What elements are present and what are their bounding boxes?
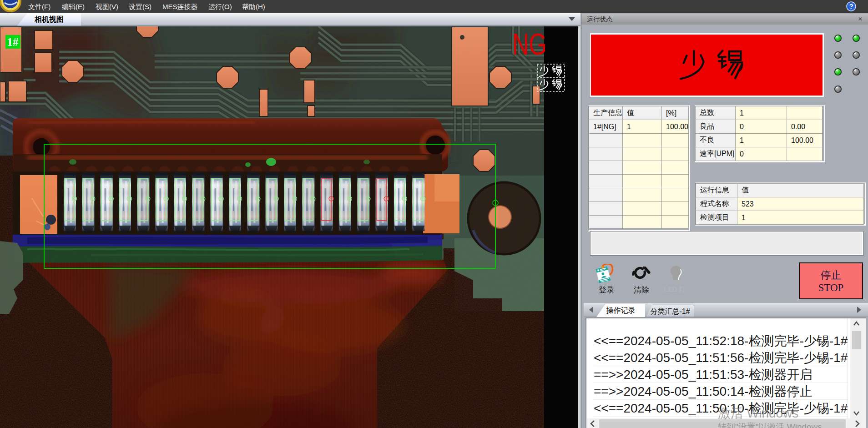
svg-text:?: ? [849,2,853,10]
